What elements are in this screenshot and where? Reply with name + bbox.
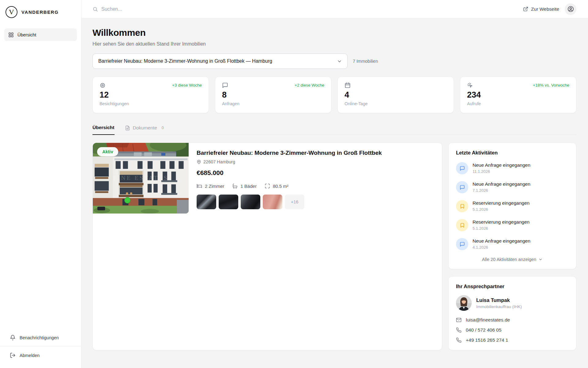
message-activity-icon — [456, 238, 468, 250]
stat-card-anfragen: +2 diese Woche 8 Anfragen — [215, 76, 331, 113]
property-selector-row: Barriefreier Neubau: Moderne 3-Zimmer-Wo… — [92, 54, 576, 69]
stat-card-online-tage: 4 Online-Tage — [337, 76, 454, 113]
stat-card-besichtigungen: +3 diese Woche 12 Besichtigungen — [92, 76, 209, 113]
logout-label: Abmelden — [20, 353, 40, 358]
user-circle-icon — [567, 6, 574, 13]
tab-dokumente[interactable]: Dokumente 0 — [125, 125, 166, 135]
activity-item: Reservierung eingegangen 5.1.2026 — [456, 200, 569, 212]
show-all-activities-button[interactable]: Alle 20 Aktivitäten anzeigen — [456, 257, 569, 262]
calendar-icon — [345, 82, 351, 88]
contact-panel: Ihr Ansprechpartner — [448, 276, 576, 350]
stat-label: Besichtigungen — [100, 101, 202, 106]
photo-thumbnail[interactable] — [241, 195, 260, 209]
eye-icon — [100, 82, 106, 88]
brand-logo-icon: V — [6, 6, 17, 18]
user-menu-button[interactable] — [565, 3, 576, 15]
phone-icon — [456, 327, 462, 333]
page-title: Willkommen — [92, 28, 576, 38]
stat-card-aufrufe: +18% vs. Vorwoche 234 Aufrufe — [460, 76, 576, 113]
tabs: Übersicht Dokumente 0 — [92, 125, 576, 135]
mail-icon — [456, 317, 462, 323]
more-photos-label: +16 — [291, 199, 299, 204]
feature-area: 80.5 m² — [265, 183, 288, 189]
stat-label: Online-Tage — [345, 101, 447, 106]
activities-title: Letzte Aktivitäten — [456, 150, 569, 156]
bookmark-activity-icon — [456, 219, 468, 231]
property-location: 22607 Hamburg — [197, 159, 382, 164]
topbar: Zur Webseite — [81, 0, 588, 18]
agent-name: Luisa Tumpak — [476, 297, 522, 303]
content-row: FINE ESTATES Aktiv Barriefreier Neubau: … — [92, 143, 576, 350]
logout-icon — [10, 352, 16, 358]
sidebar-item-uebersicht[interactable]: Übersicht — [4, 28, 77, 41]
contact-email[interactable]: luisa@fineestates.de — [456, 317, 569, 323]
property-location-label: 22607 Hamburg — [203, 159, 235, 164]
photo-thumbnail[interactable] — [219, 195, 238, 209]
more-photos-button[interactable]: +16 — [285, 195, 304, 209]
activity-label: Reservierung eingegangen — [473, 200, 530, 206]
contact-person: Luisa Tumpak Immobilienkauffrau (IHK) — [456, 295, 569, 311]
tab-uebersicht[interactable]: Übersicht — [92, 125, 115, 135]
activity-item: Neue Anfrage eingegangen 4.1.2026 — [456, 238, 569, 250]
agent-role: Immobilienkauffrau (IHK) — [476, 304, 522, 309]
stat-value: 12 — [100, 91, 202, 100]
sidebar-item-label: Übersicht — [17, 32, 36, 37]
tab-badge: 0 — [160, 125, 166, 130]
stat-delta: +2 diese Woche — [295, 83, 324, 87]
activity-label: Neue Anfrage eingegangen — [473, 181, 530, 187]
property-select-dropdown[interactable]: Barriefreier Neubau: Moderne 3-Zimmer-Wo… — [92, 54, 348, 69]
photo-thumbnail[interactable] — [197, 195, 216, 209]
activity-date: 4.1.2026 — [473, 245, 530, 250]
activity-label: Neue Anfrage eingegangen — [473, 238, 530, 244]
photo-thumbnails: +16 — [197, 195, 382, 209]
map-pin-icon — [197, 160, 201, 164]
activity-date: 5.1.2026 — [473, 207, 530, 212]
show-all-label: Alle 20 Aktivitäten anzeigen — [482, 257, 536, 262]
stat-value: 4 — [345, 91, 447, 100]
message-activity-icon — [456, 181, 468, 193]
activity-date: 7.1.2026 — [473, 188, 530, 193]
message-icon — [222, 82, 228, 88]
contact-phone-office-label: 040 / 572 406 05 — [466, 327, 501, 333]
logout-button[interactable]: Abmelden — [0, 346, 81, 368]
contact-phone-office[interactable]: 040 / 572 406 05 — [456, 327, 569, 333]
feature-baths: 1 Bäder — [232, 183, 257, 189]
search-icon — [92, 6, 98, 12]
brand-name: VANDERBERG — [21, 9, 59, 15]
stats-row: +3 diese Woche 12 Besichtigungen +2 dies… — [92, 76, 576, 113]
cursor-click-icon — [467, 82, 473, 88]
dashboard-grid-icon — [8, 32, 14, 38]
activity-date: 5.1.2026 — [473, 226, 530, 231]
bath-icon — [232, 183, 238, 189]
contact-title: Ihr Ansprechpartner — [456, 284, 569, 289]
tab-label: Übersicht — [92, 125, 115, 130]
property-features: 2 Zimmer 1 Bäder 80.5 m² — [197, 183, 382, 189]
property-select-value: Barriefreier Neubau: Moderne 3-Zimmer-Wo… — [98, 58, 272, 64]
right-column: Letzte Aktivitäten Neue Anfrage eingegan… — [448, 143, 576, 350]
phone-icon — [456, 337, 462, 343]
message-activity-icon — [456, 162, 468, 174]
agent-avatar — [456, 295, 472, 311]
feature-label: 1 Bäder — [240, 184, 257, 189]
topbar-actions: Zur Webseite — [523, 3, 576, 15]
stat-label: Anfragen — [222, 101, 324, 106]
sidebar-nav: Übersicht — [0, 25, 81, 45]
search-input[interactable] — [101, 6, 224, 12]
notifications-button[interactable]: Benachrichtigungen — [0, 330, 81, 345]
bell-icon — [10, 335, 16, 340]
activity-item: Neue Anfrage eingegangen 7.1.2026 — [456, 181, 569, 193]
contact-rows: luisa@fineestates.de 040 / 572 406 05 +4… — [456, 317, 569, 343]
property-details: Barriefreier Neubau: Moderne 3-Zimmer-Wo… — [189, 143, 390, 214]
property-photo[interactable]: FINE ESTATES Aktiv — [93, 143, 189, 214]
contact-phone-mobile[interactable]: +49 1516 265 274 1 — [456, 337, 569, 343]
feature-label: 2 Zimmer — [205, 184, 224, 189]
photo-thumbnail[interactable] — [263, 195, 282, 209]
contact-phone-mobile-label: +49 1516 265 274 1 — [466, 337, 508, 343]
svg-text:FINE ESTATES: FINE ESTATES — [113, 175, 168, 181]
notifications-label: Benachrichtigungen — [20, 335, 59, 340]
website-link[interactable]: Zur Webseite — [523, 6, 559, 12]
feature-rooms: 2 Zimmer — [197, 183, 224, 189]
external-link-icon — [523, 6, 528, 12]
property-card[interactable]: FINE ESTATES Aktiv Barriefreier Neubau: … — [92, 143, 442, 350]
brand-logo-row: V VANDERBERG — [0, 0, 81, 25]
